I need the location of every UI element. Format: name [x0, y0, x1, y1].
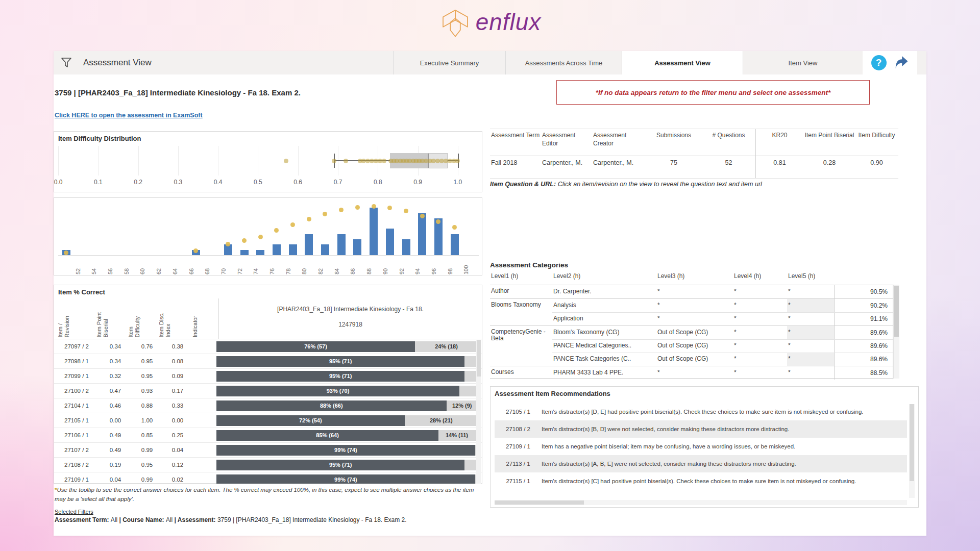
- summary-header-cell: Item Point Biserial: [804, 129, 855, 156]
- histogram-dot[interactable]: [404, 209, 408, 213]
- histogram-bar[interactable]: [305, 234, 313, 255]
- histogram-dot[interactable]: [339, 208, 344, 212]
- summary-value-cell: 75: [646, 156, 702, 179]
- histogram-bar[interactable]: [337, 234, 346, 255]
- histogram-dot[interactable]: [307, 217, 311, 221]
- histogram-dot[interactable]: [274, 228, 279, 233]
- categories-row[interactable]: PANCE Medical Categories..Out of Scope (…: [490, 339, 899, 353]
- recommendation-row[interactable]: 27108 / 2Item's distractor(s) [B, D] wer…: [495, 420, 907, 438]
- examsoft-link[interactable]: Click HERE to open the assessment in Exa…: [55, 112, 203, 119]
- histogram-dot[interactable]: [193, 248, 198, 253]
- help-icon[interactable]: ?: [871, 55, 887, 70]
- histogram-dot[interactable]: [372, 204, 376, 209]
- item-bar-correct[interactable]: 72% (54): [216, 415, 405, 426]
- item-bar-track[interactable]: 95% (71): [216, 371, 478, 382]
- boxplot-point[interactable]: [382, 159, 386, 163]
- item-row[interactable]: 27106 / 10.490.850.2585% (64)14% (11): [54, 428, 482, 443]
- boxplot-point[interactable]: [332, 159, 336, 163]
- item-row[interactable]: 27107 / 20.490.990.0499% (74): [54, 443, 482, 458]
- histogram-bar[interactable]: [321, 244, 329, 255]
- boxplot-point[interactable]: [284, 159, 288, 163]
- item-row[interactable]: 27108 / 20.190.950.1295% (71): [54, 458, 482, 472]
- histogram-bar[interactable]: [289, 244, 297, 255]
- item-bar-incorrect[interactable]: 28% (21): [405, 415, 478, 426]
- item-bar-correct[interactable]: 95% (71): [216, 356, 464, 367]
- categories-scrollbar-thumb[interactable]: [894, 286, 899, 337]
- item-bar-correct[interactable]: 99% (74): [216, 474, 475, 484]
- item-bar-track[interactable]: 76% (57)24% (18): [216, 341, 478, 352]
- histogram-bar[interactable]: [256, 250, 264, 255]
- item-table-scrollbar-thumb[interactable]: [477, 340, 481, 377]
- item-bar-correct[interactable]: 95% (71): [216, 371, 464, 382]
- item-bar-correct[interactable]: 85% (64): [216, 430, 438, 441]
- item-bar-incorrect[interactable]: 24% (18): [415, 341, 478, 352]
- item-row[interactable]: 27100 / 20.470.930.1793% (70): [54, 384, 482, 398]
- histogram-dot[interactable]: [387, 206, 392, 210]
- item-bar-correct[interactable]: 95% (71): [216, 460, 464, 470]
- item-bar-track[interactable]: 72% (54)28% (21): [216, 415, 478, 426]
- recommendation-row[interactable]: 27105 / 1Item's distractor(s) [D, E] had…: [495, 403, 907, 420]
- tab-item-view[interactable]: Item View: [743, 51, 863, 74]
- tab-assessments-across-time[interactable]: Assessments Across Time: [505, 51, 622, 74]
- categories-row[interactable]: Blooms TaxonomyAnalysis***90.2%: [490, 298, 899, 312]
- item-bar-track[interactable]: 99% (74): [216, 474, 478, 484]
- item-row[interactable]: 27104 / 10.460.880.3388% (66)12% (9): [54, 398, 482, 413]
- selected-filters-title[interactable]: Selected Filters: [55, 509, 93, 515]
- histogram-dot[interactable]: [242, 238, 247, 243]
- item-row[interactable]: 27105 / 10.001.000.0072% (54)28% (21): [54, 413, 482, 428]
- categories-row[interactable]: CoursesPHARM 3433 Lab 4 PPE.***88.5%: [490, 366, 899, 380]
- histogram-bar[interactable]: [451, 234, 459, 255]
- item-bar-correct[interactable]: 88% (66): [216, 400, 447, 411]
- histogram-dot[interactable]: [258, 235, 263, 239]
- histogram-bar[interactable]: [240, 250, 249, 255]
- histogram-bar[interactable]: [402, 239, 410, 255]
- item-question-note-text: Click an item/revision on the view to re…: [556, 181, 762, 188]
- item-bar-track[interactable]: 93% (70): [216, 386, 478, 396]
- histogram-bar[interactable]: [386, 229, 394, 255]
- item-bar-correct[interactable]: 99% (74): [216, 445, 475, 456]
- dashboard-frame: Assessment View Executive SummaryAssessm…: [54, 51, 926, 536]
- recommendation-row[interactable]: 27115 / 1Item's distractor(s) [C] had po…: [495, 472, 907, 490]
- histogram-dot[interactable]: [290, 222, 295, 227]
- histogram-bar[interactable]: [370, 208, 378, 255]
- item-row[interactable]: 27098 / 10.340.950.0895% (71): [54, 354, 482, 369]
- categories-row[interactable]: CompetencyGenie - BetaBloom's Taxonomy (…: [490, 325, 899, 339]
- categories-row[interactable]: AuthorDr. Carpenter.***90.5%: [490, 285, 899, 298]
- histogram-bar[interactable]: [353, 239, 361, 255]
- categories-row[interactable]: Application***91.1%: [490, 312, 899, 325]
- categories-scrollbar[interactable]: [893, 285, 899, 379]
- item-row[interactable]: 27109 / 10.040.990.0299% (74): [54, 472, 482, 484]
- item-bar-track[interactable]: 85% (64)14% (11): [216, 430, 478, 441]
- recommendations-hscrollbar[interactable]: [495, 500, 907, 505]
- boxplot-point[interactable]: [344, 159, 348, 163]
- item-bar-track[interactable]: 99% (74): [216, 445, 478, 456]
- item-bar-incorrect[interactable]: 14% (11): [438, 430, 475, 441]
- item-bar-track[interactable]: 95% (71): [216, 460, 478, 470]
- histogram-dot[interactable]: [355, 205, 360, 210]
- item-bar-track[interactable]: 88% (66)12% (9): [216, 400, 478, 411]
- recommendations-vscrollbar-thumb[interactable]: [910, 404, 914, 481]
- recommendation-row[interactable]: 27109 / 1Item has a negative point biser…: [495, 438, 907, 455]
- tab-assessment-view[interactable]: Assessment View: [622, 51, 743, 74]
- item-row[interactable]: 27097 / 20.340.760.3876% (57)24% (18): [54, 339, 482, 354]
- share-icon[interactable]: [894, 55, 909, 70]
- tab-executive-summary[interactable]: Executive Summary: [393, 51, 505, 74]
- histogram-dot[interactable]: [323, 212, 327, 216]
- categories-row[interactable]: PANCE Task Categories (C..Out of Scope (…: [490, 353, 899, 366]
- item-bar-correct[interactable]: 93% (70): [216, 386, 459, 396]
- histogram-bar[interactable]: [273, 244, 281, 255]
- histogram-dot[interactable]: [420, 214, 425, 218]
- item-bar-correct[interactable]: 76% (57): [216, 341, 415, 352]
- histogram-bar[interactable]: [418, 213, 426, 255]
- item-table-scrollbar[interactable]: [476, 340, 481, 484]
- recommendation-row[interactable]: 27113 / 1Item's distractor(s) [A, B, E] …: [495, 455, 907, 472]
- recommendations-vscrollbar[interactable]: [909, 404, 915, 498]
- recommendations-hscrollbar-thumb[interactable]: [495, 500, 584, 505]
- filter-icon[interactable]: [60, 57, 72, 69]
- histogram-dot[interactable]: [452, 225, 457, 230]
- item-cell: 0.25: [162, 432, 193, 438]
- item-row[interactable]: 27099 / 10.320.950.0995% (71): [54, 369, 482, 384]
- item-bar-track[interactable]: 95% (71): [216, 356, 478, 367]
- item-bar-incorrect[interactable]: 12% (9): [447, 400, 478, 411]
- boxplot-point[interactable]: [455, 159, 460, 163]
